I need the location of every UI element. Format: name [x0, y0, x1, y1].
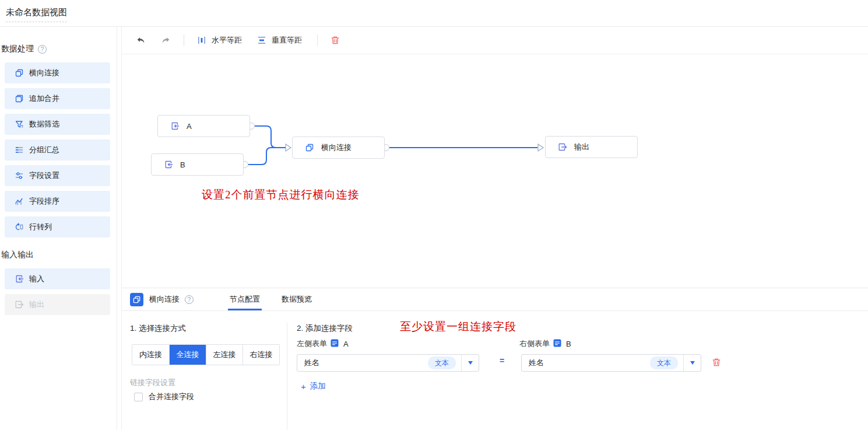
node-label: 横向连接	[321, 142, 352, 153]
sidebar-item-label: 字段排序	[29, 196, 59, 207]
right-field-value: 姓名	[522, 358, 650, 368]
join-fields-heading: 2. 添加连接字段	[297, 323, 353, 334]
group-summary-icon	[15, 145, 24, 155]
join-fields-annotation: 至少设置一组连接字段	[400, 319, 516, 334]
chevron-down-icon	[690, 361, 695, 365]
distribute-horizontal-label: 水平等距	[212, 35, 242, 46]
merge-join-fields-label: 合并连接字段	[149, 391, 194, 402]
right-form-label: 右侧表单 B	[519, 338, 571, 349]
sidebar-item-label: 追加合并	[29, 93, 59, 104]
panel-header: 横向连接 ? 节点配置 数据预览	[122, 288, 868, 311]
flow-node-join[interactable]: 横向连接	[292, 137, 385, 159]
sidebar-item-label: 行转列	[29, 222, 52, 232]
merge-join-fields-checkbox[interactable]	[134, 393, 143, 401]
panel-body: 1. 选择连接方式 内连接 全连接 左连接 右连接 链接字段设置 合并连接字段 …	[122, 312, 868, 430]
left-field-type-badge: 文本	[428, 356, 456, 369]
left-field-value: 姓名	[297, 358, 428, 368]
right-field-type-badge: 文本	[650, 356, 678, 369]
form-icon	[331, 339, 339, 349]
left-field-dropdown-button[interactable]	[461, 355, 479, 371]
distribute-horizontal-icon	[197, 36, 207, 46]
arrowhead-icon	[538, 144, 543, 151]
distribute-vertical-button[interactable]: 垂直等距	[257, 35, 302, 46]
flow-node-input-a[interactable]: A	[157, 115, 250, 137]
help-icon[interactable]: ?	[185, 295, 194, 304]
toolbar-separator	[184, 34, 184, 46]
right-form-label-text: 右侧表单	[519, 338, 550, 349]
sidebar-item-append[interactable]: 追加合并	[5, 88, 110, 109]
right-field-select[interactable]: 姓名 文本	[521, 354, 701, 372]
document-title[interactable]: 未命名数据视图	[6, 7, 67, 22]
input-icon	[170, 121, 180, 131]
sidebar-item-input[interactable]: 输入	[5, 268, 110, 289]
tab-data-preview[interactable]: 数据预览	[282, 288, 312, 310]
arrowhead-icon	[286, 144, 291, 151]
sidebar-item-label: 输出	[29, 299, 44, 310]
delete-field-row-icon[interactable]	[712, 358, 721, 368]
right-field-dropdown-button[interactable]	[683, 355, 701, 371]
sidebar-item-row-to-column[interactable]: 行转列	[5, 216, 110, 237]
node-label: B	[180, 160, 185, 169]
left-field-select[interactable]: 姓名 文本	[297, 354, 479, 372]
input-icon	[164, 160, 173, 169]
section-title-text: 输入输出	[1, 250, 34, 260]
redo-icon[interactable]	[161, 36, 171, 46]
join-icon	[305, 143, 314, 152]
join-method-section: 1. 选择连接方式 内连接 全连接 左连接 右连接 链接字段设置 合并连接字段	[122, 312, 287, 430]
flow-canvas[interactable]: A B 横向连接 输出 设置2	[122, 54, 868, 288]
input-icon	[15, 274, 24, 284]
help-icon[interactable]: ?	[38, 45, 47, 54]
distribute-vertical-icon	[257, 36, 267, 46]
sidebar-item-label: 数据筛选	[29, 119, 59, 130]
sidebar: 数据处理 ? 横向连接 追加合并 数据筛选 分组汇总	[0, 27, 117, 430]
node-label: A	[187, 122, 192, 131]
left-form-label: 左侧表单 A	[297, 338, 349, 349]
add-field-row-button[interactable]: + 添加	[301, 381, 326, 391]
plus-icon: +	[301, 382, 306, 391]
join-type-left-button[interactable]: 左连接	[206, 345, 243, 365]
chevron-down-icon	[468, 361, 473, 365]
join-type-right-button[interactable]: 右连接	[243, 345, 279, 365]
section-title-text: 数据处理	[1, 44, 34, 54]
flow-node-input-b[interactable]: B	[151, 153, 244, 176]
toolbar-separator	[317, 34, 318, 46]
panel-tabs: 节点配置 数据预览	[230, 288, 333, 310]
sidebar-item-label: 字段设置	[29, 170, 59, 181]
sidebar-item-field-settings[interactable]: 字段设置	[5, 165, 110, 186]
output-icon	[558, 142, 567, 152]
add-label: 添加	[310, 381, 326, 391]
join-type-full-button[interactable]: 全连接	[169, 345, 206, 365]
sidebar-item-filter[interactable]: 数据筛选	[5, 114, 110, 135]
tab-node-config[interactable]: 节点配置	[230, 288, 260, 310]
row-to-column-icon	[15, 222, 24, 232]
equals-sign: =	[496, 356, 508, 365]
right-form-name: B	[566, 340, 571, 348]
join-type-inner-button[interactable]: 内连接	[132, 345, 169, 365]
sidebar-section-title-processing: 数据处理 ?	[1, 44, 117, 54]
field-settings-icon	[15, 171, 24, 180]
form-icon	[553, 339, 561, 349]
filter-icon	[15, 120, 24, 129]
sidebar-item-label: 输入	[29, 274, 44, 284]
sidebar-item-output: 输出	[5, 294, 110, 315]
canvas-annotation: 设置2个前置节点进行横向连接	[202, 187, 360, 202]
main-area: 水平等距 垂直等距	[121, 27, 868, 430]
delete-node-icon[interactable]	[331, 36, 340, 46]
distribute-horizontal-button[interactable]: 水平等距	[197, 35, 242, 46]
append-merge-icon	[15, 94, 24, 103]
sidebar-item-label: 分组汇总	[29, 145, 59, 155]
sidebar-item-field-sort[interactable]: 字段排序	[5, 191, 110, 212]
merge-join-fields-row: 合并连接字段	[134, 391, 194, 402]
link-field-settings-label: 链接字段设置	[130, 377, 175, 388]
left-form-label-text: 左侧表单	[297, 338, 327, 349]
sidebar-item-label: 横向连接	[29, 68, 59, 78]
left-form-name: A	[343, 340, 349, 348]
sidebar-item-join[interactable]: 横向连接	[5, 62, 110, 83]
undo-icon[interactable]	[136, 36, 146, 46]
output-icon	[15, 300, 24, 309]
sidebar-section-title-io: 输入输出	[1, 250, 117, 260]
flow-node-output[interactable]: 输出	[545, 136, 638, 158]
field-sort-icon	[15, 197, 24, 206]
sidebar-item-group[interactable]: 分组汇总	[5, 139, 110, 160]
node-config-panel: 横向连接 ? 节点配置 数据预览 1. 选择连接方式 内连接 全连接 左连接 右…	[122, 288, 868, 430]
